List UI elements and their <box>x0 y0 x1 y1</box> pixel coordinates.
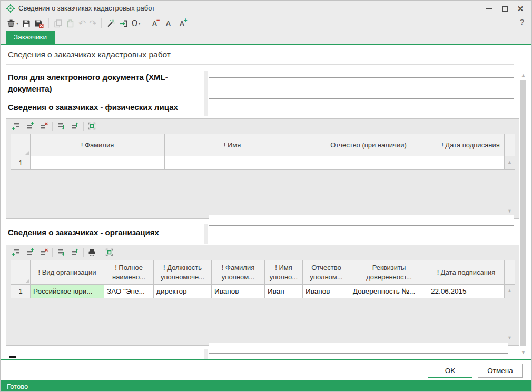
move-down-icon <box>56 122 65 130</box>
insert-row-button[interactable] <box>25 121 35 131</box>
magic-wand-icon <box>106 19 115 28</box>
label-field-divider <box>204 71 208 116</box>
cell-surname[interactable] <box>31 156 165 170</box>
page-title: Сведения о заказчиках кадастровых работ <box>8 50 171 59</box>
autofill-button[interactable] <box>104 17 117 30</box>
cell-name[interactable] <box>165 156 300 170</box>
toolbar-separator <box>52 122 53 131</box>
expand-table-button[interactable] <box>104 247 114 257</box>
label-field-divider <box>204 349 208 359</box>
close-button[interactable]: ✕ <box>513 1 528 16</box>
save-and-close-button[interactable] <box>33 17 46 30</box>
save-close-icon <box>34 19 44 28</box>
cell-name[interactable]: Иван <box>265 285 303 298</box>
paste-button[interactable] <box>64 17 77 30</box>
select-all-corner[interactable] <box>11 260 31 285</box>
column-header-sign-date: ! Дата подписания <box>437 134 505 156</box>
column-header-org-type: ! Вид организации <box>31 260 104 285</box>
clipped-text-fragment <box>9 356 16 358</box>
omega-icon: Ω <box>132 19 138 28</box>
move-row-up-button[interactable] <box>70 121 80 131</box>
button-bar: OK Отмена <box>1 359 531 380</box>
save-button[interactable] <box>20 17 33 30</box>
scroll-up-icon[interactable]: ▲ <box>520 73 526 78</box>
maximize-icon <box>502 6 508 12</box>
cell-sign-date[interactable] <box>437 156 505 170</box>
cell-sign-date[interactable]: 22.06.2015 <box>428 285 505 298</box>
table-scroll-up[interactable]: ▲ <box>505 285 515 298</box>
pick-from-directory-button[interactable] <box>87 247 97 257</box>
paste-icon <box>66 19 75 28</box>
maximize-button[interactable] <box>497 1 513 16</box>
insert-row-button[interactable] <box>25 247 35 257</box>
delete-row-button[interactable] <box>38 121 48 131</box>
cell-position[interactable]: директор <box>154 285 212 298</box>
move-row-up-button[interactable] <box>70 247 80 257</box>
move-up-icon <box>70 248 79 257</box>
ok-button[interactable]: OK <box>428 364 472 378</box>
individuals-section-label: Сведения о заказчиках - физических лицах <box>8 102 198 113</box>
delete-row-button[interactable] <box>38 247 48 257</box>
copy-button[interactable] <box>52 17 64 30</box>
table-scroll-up[interactable]: ▲ <box>505 156 515 170</box>
cell-proxy[interactable]: Доверенность №... <box>350 285 428 298</box>
add-row-button[interactable] <box>11 247 21 257</box>
move-up-icon <box>70 122 79 130</box>
symbols-button[interactable]: Ω ▾ <box>130 17 142 30</box>
column-header-patronymic: Отчество (при наличии) <box>300 134 437 156</box>
cell-surname[interactable]: Иванов <box>212 285 265 298</box>
app-logo-icon <box>6 4 15 13</box>
dropdown-caret-icon: ▾ <box>138 21 140 26</box>
font-increase-button[interactable]: A+ <box>175 17 189 30</box>
add-row-button[interactable] <box>11 121 21 131</box>
cell-patronymic[interactable]: Иванов <box>303 285 350 298</box>
toolbar-separator <box>48 18 49 28</box>
window-title: Сведения о заказчиках кадастровых работ <box>18 1 155 16</box>
import-icon <box>119 19 129 28</box>
select-all-corner[interactable] <box>11 134 31 156</box>
cancel-button[interactable]: Отмена <box>478 364 523 378</box>
tab-customers[interactable]: Заказчики <box>6 31 55 44</box>
dropdown-caret-icon: ▾ <box>16 21 18 26</box>
title-divider <box>6 64 514 65</box>
row-number[interactable]: 1 <box>11 285 31 298</box>
undo-button[interactable]: ↶ <box>77 17 87 30</box>
toolbar-separator <box>52 248 53 257</box>
next-section-field[interactable] <box>209 343 508 354</box>
row-number[interactable]: 1 <box>11 156 31 170</box>
font-increase-icon: A+ <box>177 19 188 27</box>
font-reset-button[interactable]: A <box>162 17 175 30</box>
trash-icon <box>6 19 16 28</box>
redo-button[interactable]: ↷ <box>87 17 98 30</box>
toolbar-separator <box>145 18 145 28</box>
cell-patronymic[interactable] <box>300 156 437 170</box>
import-button[interactable] <box>117 17 130 30</box>
xml-field-1[interactable] <box>209 67 514 78</box>
help-button[interactable]: ? <box>520 17 524 26</box>
cell-full-name[interactable]: ЗАО "Эне... <box>104 285 154 298</box>
scrollbar-thumb[interactable] <box>520 80 526 346</box>
content-area: Сведения о заказчиках кадастровых работ … <box>1 46 531 359</box>
xml-field-2[interactable] <box>209 88 514 99</box>
scroll-down-icon[interactable]: ▼ <box>520 350 526 355</box>
organizations-field[interactable] <box>209 215 514 226</box>
minimize-button[interactable] <box>481 1 497 16</box>
expand-icon <box>105 248 114 257</box>
column-header-sign-date: ! Дата подписания <box>428 260 505 285</box>
expand-table-button[interactable] <box>87 121 97 131</box>
cell-org-type[interactable]: Российское юри... <box>31 285 104 298</box>
table-scroll-down[interactable]: ▼ <box>507 205 512 215</box>
table-scroll-down[interactable]: ▼ <box>507 332 512 341</box>
move-row-down-button[interactable] <box>56 121 66 131</box>
scroll-down-icon: ▼ <box>507 208 512 214</box>
move-down-icon <box>56 248 65 257</box>
scroll-up-icon: ▲ <box>507 288 512 293</box>
move-row-down-button[interactable] <box>56 247 66 257</box>
individuals-table: ! Фамилия ! Имя Отчество (при наличии) !… <box>6 118 519 219</box>
organizations-table-toolbar <box>6 245 519 259</box>
toolbar-separator <box>101 18 102 28</box>
minimize-icon <box>486 8 492 9</box>
column-header-surname: ! Фамилия уполном... <box>212 260 265 285</box>
delete-document-button[interactable]: ▾ <box>5 17 20 30</box>
font-decrease-button[interactable]: A− <box>148 17 162 30</box>
